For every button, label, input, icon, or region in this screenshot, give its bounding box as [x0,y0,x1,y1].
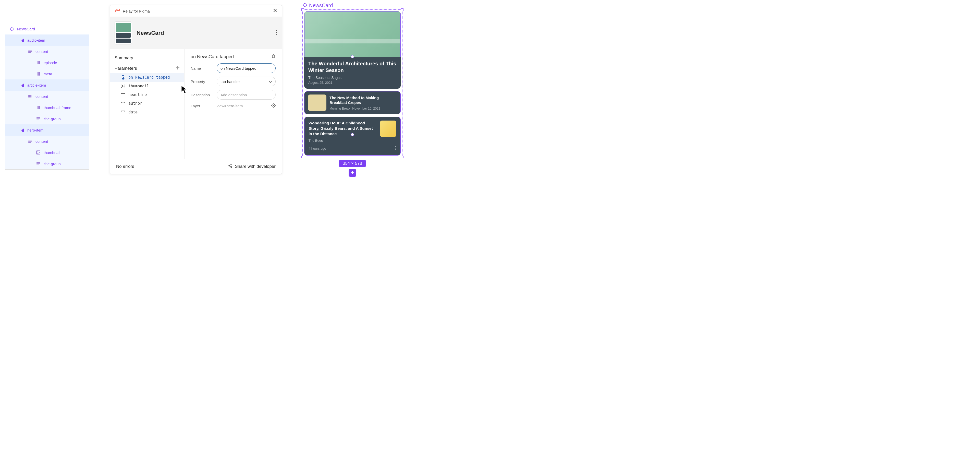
variant-icon [20,83,24,87]
parameter-name: on NewsCard tapped [128,75,170,80]
hero-headline: The Wonderful Architectures of This Wint… [308,60,396,73]
hero-date: August 25, 2021 [308,81,396,85]
parameter-row-headline[interactable]: headline [110,91,184,99]
resize-handle-tl[interactable] [301,8,304,11]
lines-icon [36,161,41,166]
layer-row-episode[interactable]: episode [5,57,89,68]
svg-rect-19 [304,3,306,4]
layer-row-thumbnail-frame[interactable]: thumbnail-frame [5,102,89,113]
relay-plugin-dialog: Relay for Figma NewsCard Summary Paramet… [110,5,282,174]
parameters-section-title: Parameters [115,66,137,71]
svg-rect-2 [10,28,11,30]
svg-point-10 [276,32,277,33]
bars-icon [36,105,41,110]
component-overflow-menu[interactable] [276,30,277,36]
layer-label: hero-item [27,128,43,132]
resize-handle-tr[interactable] [401,8,404,11]
article-item-card[interactable]: The New Method to Making Breakfast Crepe… [304,91,401,114]
component-set-icon [302,3,307,8]
description-label: Description [191,93,213,97]
plugin-header: Relay for Figma [110,5,282,17]
audio-item-card[interactable]: Wondering Hour: A Childhood Story, Grizz… [304,117,401,156]
description-input[interactable]: Add description [217,90,275,100]
parameter-name: date [128,110,138,115]
layer-value: view=hero-item [217,104,243,108]
summary-section-title[interactable]: Summary [110,54,184,64]
layer-label: audio-item [27,38,45,42]
add-variant-button[interactable]: + [348,169,356,177]
layer-row-content[interactable]: content [5,46,89,57]
frame-label[interactable]: NewsCard [302,3,333,8]
name-input[interactable]: on NewsCard tapped [217,63,275,73]
audio-thumbnail [380,121,396,137]
svg-rect-4 [21,38,24,42]
close-button[interactable] [273,8,277,14]
layer-label: title-group [44,117,61,121]
component-set-icon [10,27,14,31]
layer-label: content [35,49,48,54]
parameter-detail-panel: on NewsCard tapped Name on NewsCard tapp… [185,49,282,159]
parameter-row-thumbnail[interactable]: thumbnail [110,82,184,91]
property-select[interactable]: tap-handler [217,77,275,86]
tap-icon [121,75,125,80]
article-author: Morning Break [329,107,350,110]
dimensions-badge: 354 × 578 [339,160,366,167]
layer-label: title-group [44,162,61,166]
layer-label: meta [44,72,52,76]
add-parameter-button[interactable] [176,65,180,71]
svg-point-11 [276,34,277,35]
share-with-developer-button[interactable]: Share with developer [228,164,275,169]
svg-rect-0 [11,27,13,28]
svg-point-23 [395,146,396,147]
layer-label: content [35,94,48,99]
layer-row-article-item[interactable]: article-item [5,80,89,91]
resize-handle-br[interactable] [401,156,404,158]
layer-label: article-item [27,83,46,87]
hero-author: The Seasonal Sagas [308,76,396,80]
bars-icon [36,60,41,65]
layer-row-content[interactable]: content [5,91,89,102]
audio-author: The Bees [309,139,396,142]
layer-row-hero-item[interactable]: hero-item [5,124,89,136]
bars-h-icon [28,94,32,99]
layer-row-title-group[interactable]: title-group [5,113,89,124]
hero-item-card[interactable]: The Wonderful Architectures of This Wint… [304,11,401,89]
layer-label: thumbnail-frame [44,105,71,110]
delete-parameter-button[interactable] [271,54,275,60]
image-icon [121,84,125,88]
article-headline: The New Method to Making Breakfast Crepe… [329,95,397,105]
layer-row-NewsCard[interactable]: NewsCard [5,23,89,35]
variant-icon [20,128,24,132]
property-label: Property [191,80,213,84]
text-icon [121,110,125,115]
layer-label: episode [44,61,57,65]
parameter-row-author[interactable]: author [110,99,184,108]
svg-rect-21 [303,4,304,6]
parameter-row-on-NewsCard-tapped[interactable]: on NewsCard tapped [110,73,184,82]
target-layer-button[interactable] [271,103,275,108]
audio-overflow-menu[interactable] [395,146,396,151]
name-label: Name [191,66,213,70]
parameter-row-date[interactable]: date [110,108,184,116]
article-thumbnail [308,94,326,111]
resize-handle-bl[interactable] [301,156,304,158]
newscard-component[interactable]: The Wonderful Architectures of This Wint… [304,11,401,156]
layer-row-title-group[interactable]: title-group [5,158,89,169]
layer-row-thumbnail[interactable]: thumbnail [5,147,89,158]
svg-rect-1 [11,30,13,31]
parameter-name: headline [128,92,147,97]
bars-icon [36,72,41,76]
plugin-title: Relay for Figma [123,9,150,13]
component-name: NewsCard [137,30,164,36]
layer-label: content [35,139,48,144]
lines-icon [28,49,32,54]
hero-thumbnail[interactable] [304,11,401,57]
layer-row-content[interactable]: content [5,136,89,147]
svg-rect-3 [13,28,14,30]
layer-row-audio-item[interactable]: audio-item [5,35,89,46]
relay-logo-icon [115,9,120,13]
layer-row-meta[interactable]: meta [5,68,89,80]
audio-time: 4 hours ago [309,147,326,150]
chevron-down-icon [269,80,272,84]
selection-frame[interactable]: The Wonderful Architectures of This Wint… [302,10,402,157]
